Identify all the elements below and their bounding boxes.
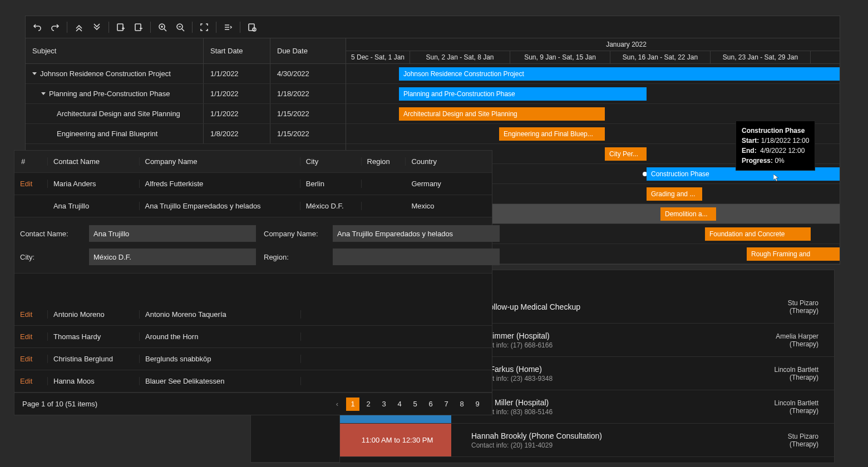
- grid-row[interactable]: Edit Christina Berglund Berglunds snabbk…: [14, 348, 492, 370]
- column-city[interactable]: City: [300, 157, 362, 166]
- input-contact-name[interactable]: [89, 225, 256, 242]
- task-subject: Architectural Design and Site Planning: [57, 110, 180, 118]
- task-start: 1/1/2022: [204, 84, 270, 103]
- remove-task-button[interactable]: [130, 19, 147, 36]
- expand-caret-icon[interactable]: [41, 92, 46, 95]
- column-contact-name[interactable]: Contact Name: [48, 157, 140, 166]
- add-task-button[interactable]: [112, 19, 129, 36]
- event-category: (Therapy): [788, 440, 818, 448]
- pager-page[interactable]: 2: [362, 398, 375, 411]
- toolbar-separator: [216, 22, 216, 33]
- grid-row[interactable]: Edit Hanna Moos Blauer See Delikatessen: [14, 370, 492, 393]
- zoom-in-button[interactable]: [154, 19, 171, 36]
- expand-all-button[interactable]: [88, 19, 105, 36]
- edit-link[interactable]: Edit: [20, 332, 32, 341]
- task-due: 1/15/2022: [270, 104, 346, 123]
- pager-page[interactable]: 3: [377, 398, 391, 411]
- gantt-bar[interactable]: Architectural Design and Site Planning: [399, 107, 605, 121]
- gantt-bar[interactable]: Johnson Residence Construction Project: [399, 67, 840, 81]
- gantt-bar[interactable]: Grading and ...: [647, 187, 702, 201]
- undo-button[interactable]: [29, 19, 46, 36]
- column-company-name[interactable]: Company Name: [140, 157, 300, 166]
- input-company-name[interactable]: [333, 225, 500, 242]
- column-due-date[interactable]: Due Date: [270, 38, 346, 63]
- cell-company: Antonio Moreno Taquería: [140, 310, 301, 319]
- toolbar-separator: [192, 22, 193, 33]
- redo-button[interactable]: [47, 19, 63, 36]
- cell-company: Berglunds snabbköp: [140, 355, 301, 363]
- task-start: 1/8/2022: [204, 124, 270, 143]
- cell-company: Blauer See Delikatessen: [140, 377, 301, 385]
- column-subject[interactable]: Subject: [26, 38, 204, 63]
- week-header: Sun, 2 Jan - Sat, 8 Jan: [410, 51, 510, 64]
- task-due: 1/18/2022: [270, 84, 346, 103]
- zoom-out-button[interactable]: [172, 19, 189, 36]
- svg-rect-0: [117, 24, 123, 31]
- input-region[interactable]: [333, 249, 500, 265]
- gantt-bar[interactable]: Engineering and Final Bluep...: [499, 127, 605, 141]
- cell-name: Antonio Moreno: [48, 310, 140, 319]
- svg-rect-4: [249, 24, 254, 31]
- event-title: Hannah Brookly (Phone Consultation): [471, 431, 782, 440]
- event-title: Follow-up Medical Checkup: [485, 302, 782, 311]
- pager-prev-button[interactable]: ‹: [331, 398, 344, 411]
- task-row[interactable]: Engineering and Final Blueprint 1/8/2022…: [26, 124, 346, 144]
- pager-page[interactable]: 4: [393, 398, 406, 411]
- scheduler-event[interactable]: 11:00 AM to 12:30 PM Hannah Brookly (Pho…: [340, 424, 834, 457]
- grid-row[interactable]: Ana Trujillo Ana Trujillo Emparedados y …: [14, 195, 492, 217]
- cell-name: Thomas Hardy: [48, 332, 140, 341]
- collapse-all-button[interactable]: [71, 19, 87, 36]
- event-person: Stu Pizaro: [788, 299, 818, 307]
- gantt-bar[interactable]: Demolition a...: [660, 207, 716, 221]
- edit-link[interactable]: Edit: [20, 355, 32, 363]
- event-person: Lincoln Bartlett: [775, 366, 818, 374]
- cell-name: Hanna Moos: [48, 377, 140, 385]
- edit-link[interactable]: Edit: [20, 180, 32, 188]
- event-person: Amelia Harper: [776, 332, 818, 340]
- gantt-toolbar: [26, 16, 840, 38]
- toolbar-separator: [108, 22, 109, 33]
- edit-link[interactable]: Edit: [20, 310, 32, 319]
- column-start-date[interactable]: Start Date: [204, 38, 270, 63]
- pager-page[interactable]: 1: [346, 398, 359, 411]
- edit-link[interactable]: Edit: [20, 377, 32, 385]
- pager-page[interactable]: 8: [455, 398, 468, 411]
- gantt-table-header: Subject Start Date Due Date: [26, 38, 346, 64]
- task-row[interactable]: Planning and Pre-Construction Phase 1/1/…: [26, 84, 346, 104]
- week-header: Sun, 23 Jan - Sat, 29 Jan: [711, 51, 811, 64]
- gantt-bar[interactable]: Foundation and Concrete: [705, 227, 811, 241]
- cell-company: Ana Trujillo Emparedados y helados: [140, 202, 300, 210]
- task-subject: Planning and Pre-Construction Phase: [49, 90, 170, 98]
- pager-page[interactable]: 6: [424, 398, 437, 411]
- grid-row[interactable]: Edit Thomas Hardy Around the Horn: [14, 326, 492, 348]
- cell-company: Around the Horn: [140, 332, 301, 341]
- cell-name: Maria Anders: [48, 180, 140, 188]
- task-due: 4/30/2022: [270, 64, 346, 83]
- event-time: 11:00 AM to 12:30 PM: [340, 424, 451, 456]
- timeline-weeks: 5 Dec - Sat, 1 Jan Sun, 2 Jan - Sat, 8 J…: [346, 51, 840, 64]
- event-contact: Contact info: (23) 483-9348: [471, 375, 769, 382]
- pager-page[interactable]: 5: [408, 398, 422, 411]
- gantt-bar[interactable]: Planning and Pre-Construction Phase: [399, 87, 647, 101]
- fullscreen-button[interactable]: [196, 19, 213, 36]
- resources-button[interactable]: [220, 19, 236, 36]
- mouse-cursor-icon: [773, 174, 779, 182]
- gantt-bar[interactable]: City Per...: [605, 147, 647, 161]
- expand-caret-icon[interactable]: [32, 72, 37, 75]
- cell-city: México D.F.: [300, 202, 362, 210]
- grid-row[interactable]: Edit Maria Anders Alfreds Futterkiste Be…: [14, 173, 492, 195]
- column-region[interactable]: Region: [362, 157, 406, 166]
- column-country[interactable]: Country: [406, 157, 492, 166]
- grid-row[interactable]: Edit Antonio Moreno Antonio Moreno Taque…: [14, 304, 492, 326]
- event-title: Billy Zimmer (Hospital): [471, 331, 770, 340]
- event-contact: Contact info: (20) 191-4029: [471, 441, 782, 449]
- column-hash[interactable]: [14, 157, 48, 166]
- task-row[interactable]: Johnson Residence Construction Project 1…: [26, 64, 346, 84]
- task-row[interactable]: Architectural Design and Site Planning 1…: [26, 104, 346, 124]
- input-city[interactable]: [89, 249, 256, 265]
- event-contact: Contact info: (17) 668-6166: [471, 341, 770, 349]
- gantt-bar[interactable]: Rough Framing and: [747, 247, 840, 261]
- pager-page[interactable]: 9: [471, 398, 484, 411]
- task-details-button[interactable]: [244, 19, 260, 36]
- pager-page[interactable]: 7: [440, 398, 453, 411]
